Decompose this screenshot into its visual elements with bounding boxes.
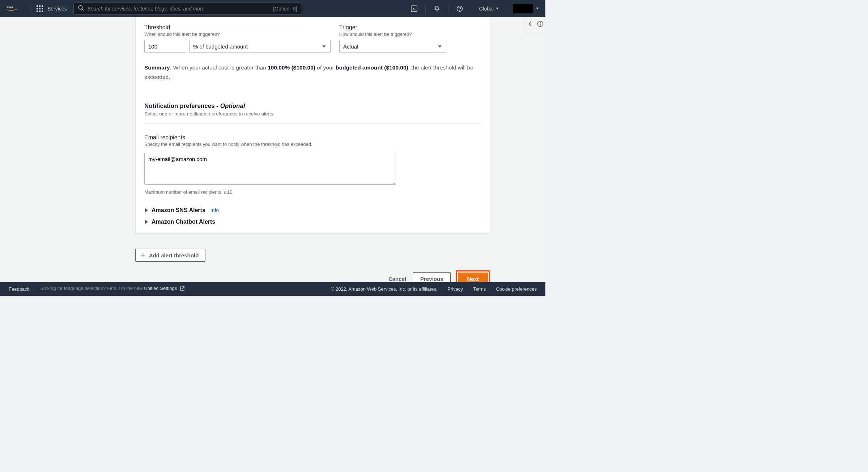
threshold-unit-value: % of budgeted amount — [193, 43, 248, 50]
content-area: Threshold When should this alert be trig… — [0, 17, 545, 282]
language-hint: Looking for language selection? Find it … — [39, 286, 185, 292]
svg-text:aws: aws — [7, 5, 13, 9]
divider — [144, 123, 481, 123]
email-recipients-label: Email recipients — [144, 134, 481, 141]
email-recipients-help: Specify the email recipients you want to… — [144, 142, 481, 147]
search-input[interactable] — [88, 6, 269, 12]
notification-preferences-subtitle: Select one or more notification preferen… — [144, 111, 481, 117]
svg-rect-6 — [42, 8, 43, 9]
threshold-summary: Summary: When your actual cost is greate… — [144, 63, 481, 82]
email-recipients-input[interactable] — [144, 153, 396, 185]
divider — [507, 5, 507, 13]
chatbot-alerts-expander[interactable]: Amazon Chatbot Alerts — [144, 219, 481, 225]
chevron-down-icon — [536, 8, 539, 9]
search-shortcut: [Option+S] — [273, 6, 297, 12]
sns-alerts-expander[interactable]: Amazon SNS Alerts Info — [144, 207, 481, 214]
chatbot-alerts-label: Amazon Chatbot Alerts — [152, 219, 215, 225]
services-label: Services — [47, 6, 67, 12]
divider — [425, 5, 426, 13]
svg-rect-7 — [37, 10, 38, 12]
plus-icon: + — [141, 251, 145, 259]
add-alert-threshold-button[interactable]: + Add alert threshold — [135, 249, 205, 262]
threshold-unit-select[interactable]: % of budgeted amount — [189, 40, 331, 53]
chevron-down-icon — [496, 8, 499, 9]
alert-threshold-panel: Threshold When should this alert be trig… — [135, 17, 490, 233]
svg-line-11 — [82, 9, 84, 11]
svg-point-10 — [78, 6, 82, 9]
region-label: Global — [479, 6, 494, 12]
svg-rect-5 — [39, 8, 41, 9]
right-rail — [525, 17, 545, 32]
account-menu[interactable] — [513, 4, 533, 13]
privacy-link[interactable]: Privacy — [447, 286, 463, 292]
add-alert-threshold-label: Add alert threshold — [149, 252, 199, 258]
svg-rect-1 — [37, 5, 38, 7]
chevron-down-icon — [438, 46, 442, 48]
threshold-field: Threshold When should this alert be trig… — [144, 24, 331, 53]
notifications-icon[interactable] — [429, 0, 444, 17]
svg-line-19 — [182, 287, 184, 289]
notification-preferences-title: Notification preferences - Optional — [144, 102, 481, 110]
footer-bar: Feedback Looking for language selection?… — [0, 282, 545, 296]
svg-rect-18 — [540, 24, 541, 26]
cookie-preferences-link[interactable]: Cookie preferences — [496, 286, 537, 292]
svg-point-15 — [459, 10, 460, 10]
external-link-icon — [180, 286, 185, 292]
svg-rect-2 — [39, 5, 41, 7]
svg-rect-4 — [37, 8, 38, 9]
aws-logo[interactable]: aws — [0, 5, 27, 13]
threshold-help: When should this alert be triggered? — [144, 31, 331, 37]
caret-right-icon — [145, 220, 148, 224]
trigger-label: Trigger — [339, 24, 481, 31]
svg-rect-9 — [42, 10, 43, 12]
search-icon — [78, 5, 84, 12]
threshold-label: Threshold — [144, 24, 331, 31]
trigger-field: Trigger How should this alert be trigger… — [339, 24, 481, 53]
copyright-text: © 2022, Amazon Web Services, Inc. or its… — [331, 286, 438, 292]
terms-link[interactable]: Terms — [473, 286, 486, 292]
trigger-help: How should this alert be triggered? — [339, 31, 481, 37]
feedback-link[interactable]: Feedback — [9, 286, 29, 292]
info-circle-icon[interactable] — [537, 21, 544, 28]
trigger-value: Actual — [343, 43, 358, 50]
divider — [30, 5, 31, 13]
svg-point-17 — [540, 22, 541, 23]
sns-info-link[interactable]: Info — [210, 207, 219, 213]
cloudshell-icon[interactable] — [407, 0, 422, 17]
search-bar[interactable]: [Option+S] — [73, 3, 302, 14]
sns-alerts-label: Amazon SNS Alerts — [152, 207, 205, 214]
trigger-select[interactable]: Actual — [339, 40, 446, 53]
caret-right-icon — [145, 208, 148, 212]
header-actions: Global — [407, 0, 539, 17]
help-icon[interactable] — [452, 0, 467, 17]
collapse-right-icon[interactable] — [527, 21, 533, 28]
unified-settings-link[interactable]: Unified Settings — [144, 286, 177, 291]
chevron-down-icon — [322, 46, 326, 48]
summary-prefix: Summary: — [144, 64, 172, 71]
divider — [448, 5, 448, 13]
grid-icon — [37, 5, 43, 12]
svg-rect-3 — [42, 5, 43, 7]
services-menu[interactable]: Services — [34, 5, 69, 12]
region-selector[interactable]: Global — [475, 6, 503, 12]
divider — [471, 5, 471, 13]
aws-header: aws Services [Option+S] Global — [0, 0, 545, 17]
email-recipients-hint: Maximum number of email recipients is 10… — [144, 189, 481, 195]
svg-rect-8 — [39, 10, 41, 12]
threshold-value-input[interactable] — [144, 40, 186, 53]
